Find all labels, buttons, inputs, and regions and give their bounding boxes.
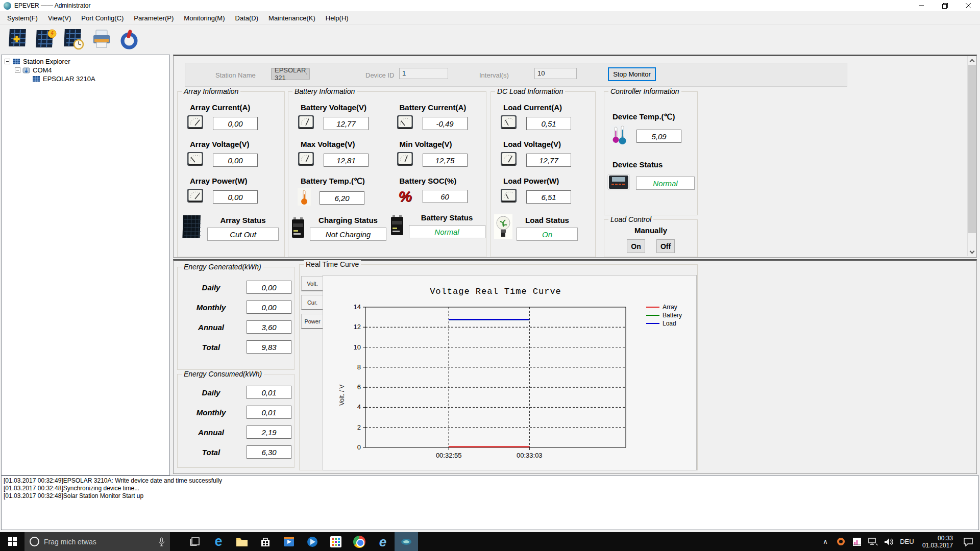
taskbar-media-player[interactable] [301, 532, 324, 551]
menu-view[interactable]: View(V) [43, 12, 76, 24]
solar-panel-sun-icon [36, 30, 56, 47]
min-voltage-value: 12,75 [423, 154, 468, 167]
svg-text:0: 0 [357, 443, 361, 451]
group-title: Energy Consumed(kWh) [182, 370, 264, 378]
tray-monitor-app-icon[interactable] [851, 534, 863, 549]
svg-text:6: 6 [357, 383, 361, 391]
print-button[interactable] [90, 28, 113, 51]
edge-icon: e [214, 535, 222, 548]
menu-maintenance[interactable]: Maintenance(K) [263, 12, 321, 24]
array-voltage-label: Array Voltage(V) [190, 140, 284, 148]
clock[interactable]: 00:33 01.03.2017 [919, 535, 956, 549]
store-icon [260, 536, 271, 547]
meter-icon [298, 114, 315, 133]
tree-root-station-explorer[interactable]: Station Explorer [2, 57, 169, 66]
volume-icon[interactable] [883, 534, 895, 549]
chevron-down-icon [306, 73, 307, 76]
controller-information-group: Controller Information Device Temp.(℃) 5… [604, 91, 698, 215]
device-id-input[interactable]: 1 [399, 68, 448, 79]
language-indicator[interactable]: DEU [898, 534, 916, 549]
log-panel: [01.03.2017 00:32:49]EPSOLAR 3210A: Writ… [1, 475, 979, 530]
load-current-value: 0,51 [526, 117, 571, 130]
device-temp-label: Device Temp.(℃) [612, 112, 697, 121]
scrollbar-thumb[interactable] [968, 65, 976, 233]
group-title: Array Information [182, 87, 240, 95]
vertical-scrollbar[interactable] [967, 56, 976, 256]
taskbar-store[interactable] [254, 532, 277, 551]
close-button[interactable] [957, 0, 980, 11]
y-axis-label: Volt. / V [338, 385, 346, 406]
task-view-button[interactable] [183, 532, 207, 551]
station-name-select[interactable]: EPSOLAR 321 [271, 68, 310, 80]
charging-status-label: Charging Status [318, 216, 378, 224]
tree-item-label: EPSOLAR 3210A [43, 75, 95, 83]
total-label: Total [187, 448, 235, 457]
station-monitor-button[interactable] [35, 28, 58, 51]
taskbar-movies[interactable] [277, 532, 301, 551]
minimize-button[interactable] [910, 0, 933, 11]
folder-icon [236, 537, 248, 547]
device-temp-value: 5,09 [636, 130, 681, 143]
taskbar-app-grid[interactable] [324, 532, 348, 551]
array-information-group: Array Information Array Current(A) 0,00 … [177, 91, 285, 257]
taskbar-chrome[interactable] [348, 532, 371, 551]
menu-monitoring[interactable]: Monitoring(M) [179, 12, 230, 24]
taskbar-file-explorer[interactable] [230, 532, 254, 551]
start-button[interactable] [0, 532, 24, 551]
app-grid-icon [330, 536, 341, 547]
taskbar-search[interactable]: Frag mich etwas [24, 532, 170, 551]
load-status-label: Load Status [525, 216, 569, 224]
battery-status-label: Battery Status [421, 213, 473, 222]
load-on-button[interactable]: On [627, 239, 645, 253]
station-time-button[interactable] [62, 28, 86, 51]
collapse-icon[interactable] [15, 67, 20, 73]
add-station-button[interactable] [7, 28, 31, 51]
annual-label: Annual [187, 428, 235, 437]
scroll-up-icon[interactable] [968, 56, 976, 65]
scroll-down-icon[interactable] [968, 247, 976, 256]
array-current-label: Array Current(A) [190, 103, 284, 112]
menu-parameter[interactable]: Parameter(P) [129, 12, 179, 24]
bulb-icon [494, 214, 512, 241]
microphone-icon[interactable] [158, 537, 165, 546]
menu-data[interactable]: Data(D) [230, 12, 264, 24]
interval-input[interactable]: 10 [534, 68, 577, 79]
percent-icon: % [397, 188, 414, 205]
tab-volt[interactable]: Volt. [301, 276, 324, 291]
tray-app-icon[interactable] [835, 534, 847, 549]
network-icon[interactable] [867, 534, 879, 549]
collapse-icon[interactable] [5, 59, 10, 64]
restore-button[interactable] [933, 0, 957, 11]
taskbar-edge[interactable]: e [207, 532, 230, 551]
taskbar-epever-active[interactable] [395, 532, 418, 551]
manually-label: Manually [634, 226, 667, 235]
station-explorer-panel: Station Explorer COM4 EPSOLAR 3210A [1, 55, 170, 475]
hidden-icons-chevron[interactable]: ∧ [819, 534, 831, 549]
legend-load: Load [663, 320, 676, 327]
tree-item-epsolar-3210a[interactable]: EPSOLAR 3210A [2, 74, 169, 83]
load-series-swatch [646, 323, 659, 324]
taskbar-internet-explorer[interactable]: e [371, 532, 395, 551]
energy-consumed-monthly: 0,01 [247, 406, 291, 419]
meter-icon [397, 114, 414, 133]
meter-icon [500, 151, 518, 169]
station-icon [12, 58, 20, 65]
menu-system[interactable]: System(F) [2, 12, 43, 24]
stop-monitor-button[interactable]: Stop Monitor [608, 67, 656, 81]
battery-soc-label: Battery SOC(%) [400, 177, 486, 185]
log-line: [01.03.2017 00:32:49]EPSOLAR 3210A: Writ… [4, 477, 976, 485]
tab-cur[interactable]: Cur. [301, 295, 324, 310]
chart-plot: 0246810121400:32:5500:33:03 [323, 276, 697, 471]
menu-help[interactable]: Help(H) [321, 12, 354, 24]
svg-text:2: 2 [357, 423, 361, 431]
device-status-label: Device Status [612, 160, 697, 169]
media-player-icon [307, 536, 318, 547]
action-center-icon[interactable] [960, 534, 977, 549]
menu-port-config[interactable]: Port Config(C) [76, 12, 129, 24]
load-off-button[interactable]: Off [656, 239, 675, 253]
load-voltage-value: 12,77 [526, 154, 571, 167]
solar-panel-icon [182, 214, 203, 241]
tab-power[interactable]: Power [301, 314, 324, 329]
power-exit-button[interactable] [117, 28, 141, 51]
tree-item-com4[interactable]: COM4 [2, 66, 169, 74]
